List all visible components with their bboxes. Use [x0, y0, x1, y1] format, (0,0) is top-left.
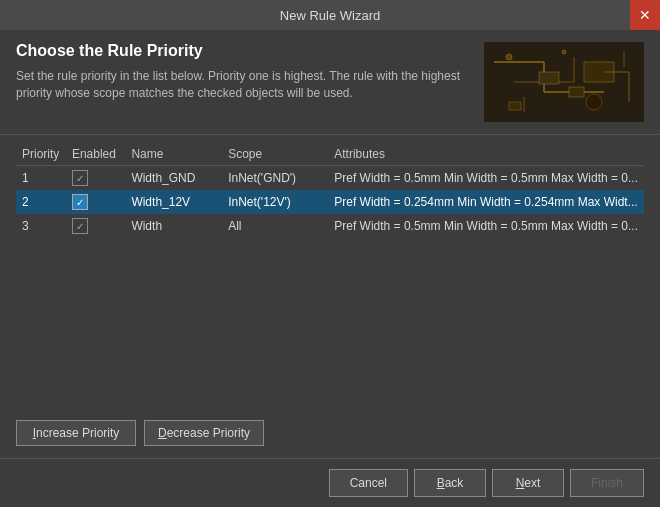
table-row[interactable]: 2 ✓ Width_12V InNet('12V') Pref Width = …	[16, 190, 644, 214]
svg-rect-7	[539, 72, 559, 84]
table-row[interactable]: 1 ✓ Width_GND InNet('GND') Pref Width = …	[16, 166, 644, 191]
header-section: Choose the Rule Priority Set the rule pr…	[0, 30, 660, 135]
cell-attributes: Pref Width = 0.5mm Min Width = 0.5mm Max…	[328, 214, 644, 238]
finish-button[interactable]: Finish	[570, 469, 644, 497]
close-icon: ✕	[639, 7, 651, 23]
svg-rect-8	[569, 87, 584, 97]
col-header-priority: Priority	[16, 143, 66, 166]
cancel-button[interactable]: Cancel	[329, 469, 408, 497]
header-image	[484, 42, 644, 122]
svg-point-17	[562, 50, 566, 54]
cell-scope: InNet('12V')	[222, 190, 328, 214]
next-button[interactable]: Next	[492, 469, 564, 497]
header-text: Choose the Rule Priority Set the rule pr…	[16, 42, 484, 122]
back-button[interactable]: Back	[414, 469, 486, 497]
col-header-enabled: Enabled	[66, 143, 125, 166]
svg-rect-14	[509, 102, 521, 110]
priority-buttons-row: Increase Priority Decrease Priority	[0, 412, 660, 458]
cell-enabled[interactable]: ✓	[66, 166, 125, 191]
svg-point-16	[506, 54, 512, 60]
back-label: Back	[437, 476, 464, 490]
increase-priority-label: Increase Priority	[33, 426, 120, 440]
cell-enabled[interactable]: ✓	[66, 214, 125, 238]
cell-name: Width	[125, 214, 222, 238]
col-header-scope: Scope	[222, 143, 328, 166]
page-title: Choose the Rule Priority	[16, 42, 472, 60]
increase-priority-button[interactable]: Increase Priority	[16, 420, 136, 446]
cell-priority: 2	[16, 190, 66, 214]
checkbox-icon: ✓	[72, 194, 88, 210]
cell-enabled[interactable]: ✓	[66, 190, 125, 214]
cell-attributes: Pref Width = 0.5mm Min Width = 0.5mm Max…	[328, 166, 644, 191]
close-button[interactable]: ✕	[630, 0, 660, 30]
checkbox-icon: ✓	[72, 218, 88, 234]
table-row[interactable]: 3 ✓ Width All Pref Width = 0.5mm Min Wid…	[16, 214, 644, 238]
header-description: Set the rule priority in the list below.…	[16, 68, 472, 102]
decrease-priority-button[interactable]: Decrease Priority	[144, 420, 264, 446]
cell-name: Width_GND	[125, 166, 222, 191]
bottom-bar: Cancel Back Next Finish	[0, 458, 660, 507]
cell-name: Width_12V	[125, 190, 222, 214]
rules-table: Priority Enabled Name Scope Attributes 1…	[16, 143, 644, 238]
cell-priority: 1	[16, 166, 66, 191]
title-bar: New Rule Wizard ✕	[0, 0, 660, 30]
table-header-row: Priority Enabled Name Scope Attributes	[16, 143, 644, 166]
decrease-priority-label: Decrease Priority	[158, 426, 250, 440]
svg-point-10	[586, 94, 602, 110]
next-label: Next	[516, 476, 541, 490]
cell-priority: 3	[16, 214, 66, 238]
col-header-name: Name	[125, 143, 222, 166]
rules-table-container: Priority Enabled Name Scope Attributes 1…	[0, 135, 660, 412]
cell-scope: All	[222, 214, 328, 238]
dialog-title: New Rule Wizard	[280, 8, 380, 23]
circuit-image	[484, 42, 644, 122]
checkbox-icon: ✓	[72, 170, 88, 186]
cell-attributes: Pref Width = 0.254mm Min Width = 0.254mm…	[328, 190, 644, 214]
col-header-attributes: Attributes	[328, 143, 644, 166]
main-content: Choose the Rule Priority Set the rule pr…	[0, 30, 660, 458]
cell-scope: InNet('GND')	[222, 166, 328, 191]
